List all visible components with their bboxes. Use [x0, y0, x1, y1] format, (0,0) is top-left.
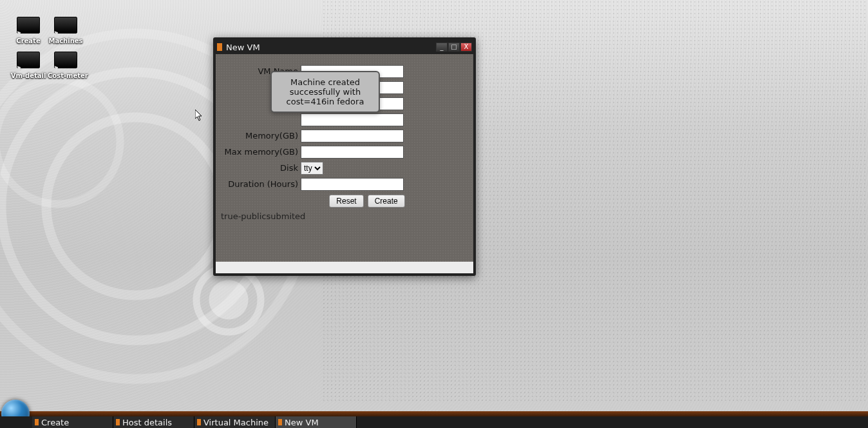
- icon-label: Machines: [48, 37, 84, 44]
- label-max-memory: Max memory(GB): [216, 147, 301, 157]
- monitor-icon: [17, 52, 40, 68]
- blank-input[interactable]: [301, 113, 404, 126]
- icon-label: Create: [10, 37, 46, 44]
- taskbar-item-create[interactable]: Create: [32, 416, 113, 428]
- desktop-icon-cost-meter[interactable]: Cost-meter: [48, 52, 84, 79]
- task-badge-icon: [35, 419, 39, 425]
- label-duration: Duration (Hours): [216, 179, 301, 189]
- maximize-button[interactable]: □: [448, 43, 460, 52]
- button-row: Reset Create: [261, 195, 473, 208]
- reset-button[interactable]: Reset: [329, 195, 363, 208]
- notification-tooltip: Machine created successfully with cost=4…: [270, 71, 380, 113]
- close-button[interactable]: X: [460, 43, 472, 52]
- task-badge-icon: [197, 419, 201, 425]
- desktop-icon-create[interactable]: Create: [10, 17, 46, 44]
- taskbar-item-label: Create: [41, 418, 69, 427]
- memory-input[interactable]: [301, 130, 404, 142]
- duration-input[interactable]: [301, 178, 404, 191]
- max-memory-input[interactable]: [301, 146, 404, 159]
- taskbar-item-label: Host details: [122, 418, 172, 427]
- window-title: New VM: [226, 43, 260, 52]
- icon-label: Cost-meter: [48, 72, 84, 79]
- icon-label: Vm-detail: [10, 72, 46, 79]
- window-badge-icon: [217, 43, 222, 51]
- monitor-icon: [54, 52, 77, 68]
- minimize-button[interactable]: _: [436, 43, 448, 52]
- titlebar[interactable]: New VM _ □ X: [216, 40, 473, 54]
- taskbar-items: Create Host details Virtual Machine New …: [0, 416, 868, 428]
- desktop-icon-vm-detail[interactable]: Vm-detail: [10, 52, 46, 79]
- label-disk: Disk: [216, 163, 301, 173]
- task-badge-icon: [116, 419, 120, 425]
- window-statusbar: [216, 262, 473, 273]
- taskbar-item-new-vm[interactable]: New VM: [276, 416, 357, 428]
- taskbar: Create Host details Virtual Machine New …: [0, 400, 868, 428]
- taskbar-strip: [0, 411, 868, 416]
- taskbar-item-host-details[interactable]: Host details: [113, 416, 194, 428]
- taskbar-item-virtual-machine[interactable]: Virtual Machine: [194, 416, 276, 428]
- task-badge-icon: [278, 419, 282, 425]
- create-button[interactable]: Create: [368, 195, 405, 208]
- disk-select[interactable]: tty: [301, 162, 323, 175]
- monitor-icon: [54, 17, 77, 34]
- taskbar-item-label: Virtual Machine: [203, 418, 269, 427]
- taskbar-item-label: New VM: [285, 418, 319, 427]
- desktop-icon-machines[interactable]: Machines: [48, 17, 84, 44]
- form-status-text: true-publicsubmited: [216, 208, 473, 225]
- label-memory: Memory(GB): [216, 131, 301, 141]
- monitor-icon: [17, 17, 40, 34]
